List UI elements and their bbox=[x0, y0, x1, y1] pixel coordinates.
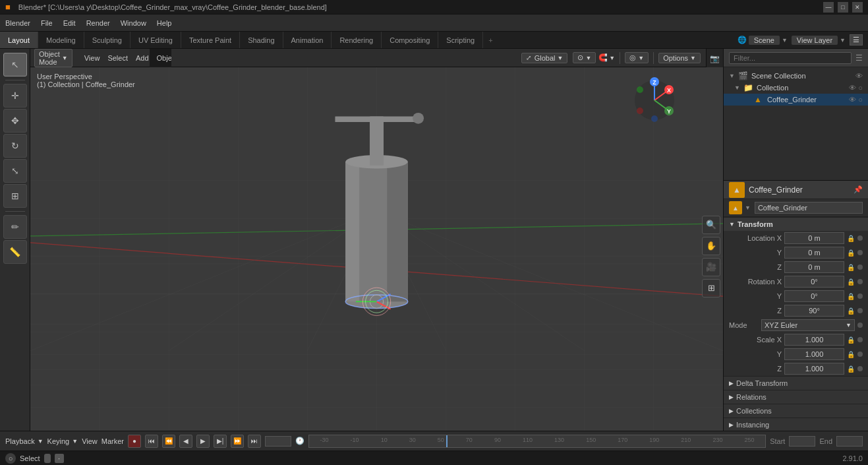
transform-tool[interactable]: ⊞ bbox=[3, 184, 27, 208]
minimize-button[interactable]: — bbox=[823, 2, 834, 13]
scale-tool[interactable]: ⤡ bbox=[3, 159, 27, 183]
location-x-dot[interactable] bbox=[857, 235, 863, 241]
skip-fwd-button[interactable]: ⏩ bbox=[231, 435, 244, 448]
camera-view-button[interactable]: 🎥 bbox=[702, 258, 720, 276]
rotation-x-field[interactable]: 0° bbox=[784, 276, 844, 288]
move-tool[interactable]: ✥ bbox=[3, 109, 27, 133]
tab-modeling[interactable]: Modeling bbox=[38, 32, 84, 48]
menu-blender[interactable]: Blender bbox=[0, 15, 36, 31]
location-y-dot[interactable] bbox=[857, 250, 863, 255]
select-tool[interactable]: ↖ bbox=[3, 53, 27, 77]
collections-header[interactable]: ▶ Collections bbox=[724, 404, 868, 418]
vis-eye-icon[interactable]: 👁 bbox=[855, 72, 863, 80]
current-frame-input[interactable]: 1 bbox=[265, 436, 291, 447]
scale-z-lock-icon[interactable]: 🔒 bbox=[847, 365, 855, 373]
view-menu[interactable]: View bbox=[82, 54, 103, 62]
outliner-filter-icon[interactable]: ☰ bbox=[855, 53, 863, 63]
delta-transform-header[interactable]: ▶ Delta Transform bbox=[724, 377, 868, 390]
add-workspace-button[interactable]: + bbox=[483, 35, 498, 46]
tab-compositing[interactable]: Compositing bbox=[382, 32, 438, 48]
location-z-lock-icon[interactable]: 🔒 bbox=[847, 264, 855, 271]
timeline-scrubber[interactable]: -30-101030507090110130150170190210230250 bbox=[308, 435, 766, 448]
play-button[interactable]: ▶ bbox=[196, 435, 210, 448]
rotation-x-dot[interactable] bbox=[857, 279, 863, 284]
tab-scripting[interactable]: Scripting bbox=[438, 32, 483, 48]
end-frame-input[interactable]: 250 bbox=[836, 436, 863, 447]
pin-icon[interactable]: 📌 bbox=[854, 185, 863, 194]
measure-tool[interactable]: 📏 bbox=[3, 240, 27, 264]
rotation-x-lock-icon[interactable]: 🔒 bbox=[847, 278, 855, 286]
scale-x-field[interactable]: 1.000 bbox=[784, 334, 844, 346]
tab-uv-editing[interactable]: UV Editing bbox=[130, 32, 181, 48]
rotation-mode-dropdown[interactable]: XYZ Euler ▼ bbox=[761, 319, 855, 331]
skip-back-button[interactable]: ⏪ bbox=[162, 435, 175, 448]
view-layer-selector[interactable]: View Layer ▼ bbox=[792, 36, 846, 45]
coffee-grinder-item[interactable]: ▲ Coffee_Grinder 👁 ○ bbox=[724, 94, 868, 106]
rotation-z-dot[interactable] bbox=[857, 308, 863, 313]
scale-y-dot[interactable] bbox=[857, 352, 863, 357]
location-z-dot[interactable] bbox=[857, 264, 863, 270]
location-y-field[interactable]: 0 m bbox=[784, 247, 844, 259]
collection-hide-icon[interactable]: ○ bbox=[858, 84, 863, 92]
rotation-z-field[interactable]: 90° bbox=[784, 305, 844, 317]
menu-render[interactable]: Render bbox=[81, 15, 115, 31]
annotate-tool[interactable]: ✏ bbox=[3, 215, 27, 239]
rotation-y-lock-icon[interactable]: 🔒 bbox=[847, 293, 855, 300]
grinder-eye-icon[interactable]: 👁 bbox=[849, 96, 856, 104]
pan-view-button[interactable]: ✋ bbox=[702, 237, 720, 255]
scene-selector[interactable]: 🌐 Scene ▼ bbox=[738, 36, 788, 45]
rotation-mode-dot[interactable] bbox=[857, 323, 863, 328]
scene-collection-item[interactable]: ▼ 🎬 Scene Collection 👁 bbox=[724, 70, 868, 82]
relations-header[interactable]: ▶ Relations bbox=[724, 390, 868, 404]
menu-edit[interactable]: Edit bbox=[58, 15, 81, 31]
tab-layout[interactable]: Layout bbox=[0, 32, 38, 48]
collection-eye-icon[interactable]: 👁 bbox=[849, 84, 856, 92]
transform-section-header[interactable]: ▼ Transform bbox=[724, 218, 868, 231]
tab-rendering[interactable]: Rendering bbox=[332, 32, 382, 48]
scale-y-field[interactable]: 1.000 bbox=[784, 348, 844, 360]
rotation-z-lock-icon[interactable]: 🔒 bbox=[847, 307, 855, 315]
proportional-editing[interactable]: ◎ ▼ bbox=[625, 52, 649, 63]
scale-x-dot[interactable] bbox=[857, 337, 863, 342]
menu-window[interactable]: Window bbox=[115, 15, 152, 31]
scale-x-lock-icon[interactable]: 🔒 bbox=[847, 336, 855, 344]
collection-item[interactable]: ▼ 📁 Collection 👁 ○ bbox=[724, 82, 868, 94]
timeline-view-menu[interactable]: View bbox=[82, 437, 98, 445]
tab-shading[interactable]: Shading bbox=[240, 32, 283, 48]
cursor-tool[interactable]: ✛ bbox=[3, 84, 27, 108]
select-menu[interactable]: Select bbox=[105, 54, 130, 62]
start-frame-input[interactable]: 1 bbox=[789, 436, 815, 447]
step-fwd-button[interactable]: ▶| bbox=[214, 435, 227, 448]
scale-y-lock-icon[interactable]: 🔒 bbox=[847, 351, 855, 358]
location-y-lock-icon[interactable]: 🔒 bbox=[847, 249, 855, 257]
mode-dropdown[interactable]: Object Mode ▼ bbox=[34, 49, 72, 67]
menu-file[interactable]: File bbox=[36, 15, 58, 31]
pivot-dropdown[interactable]: ⊙ ▼ bbox=[573, 52, 596, 63]
marker-menu[interactable]: Marker bbox=[101, 437, 124, 445]
rotation-y-field[interactable]: 0° bbox=[784, 290, 844, 302]
grid-view-button[interactable]: ⊞ bbox=[702, 279, 720, 297]
orbit-icon[interactable]: ○ bbox=[5, 453, 16, 464]
keying-menu[interactable]: Keying ▼ bbox=[47, 437, 78, 445]
scale-z-dot[interactable] bbox=[857, 366, 863, 371]
viewport-area[interactable]: User Perspective (1) Collection | Coffee… bbox=[30, 67, 723, 445]
active-obj-dropdown-arrow[interactable]: ▼ bbox=[745, 204, 751, 211]
location-z-field[interactable]: 0 m bbox=[784, 261, 844, 273]
active-obj-dropdown[interactable]: Coffee_Grinder bbox=[755, 202, 863, 214]
location-x-lock-icon[interactable]: 🔒 bbox=[847, 235, 855, 242]
magnify-view-button[interactable]: 🔍 bbox=[702, 216, 720, 234]
snap-controls[interactable]: 🧲 ▼ bbox=[598, 53, 615, 62]
outliner-filter-button[interactable]: ☰ bbox=[850, 34, 863, 46]
location-x-field[interactable]: 0 m bbox=[784, 232, 844, 244]
prop-tab-render[interactable]: 📷 bbox=[708, 51, 722, 66]
tab-sculpting[interactable]: Sculpting bbox=[84, 32, 130, 48]
scale-z-field[interactable]: 1.000 bbox=[784, 363, 844, 375]
grinder-restrict-icon[interactable]: ○ bbox=[858, 96, 863, 104]
step-back-button[interactable]: ◀ bbox=[179, 435, 192, 448]
menu-help[interactable]: Help bbox=[152, 15, 177, 31]
transform-space-dropdown[interactable]: ⤢ Global ▼ bbox=[521, 53, 568, 63]
skip-last-button[interactable]: ⏭ bbox=[248, 435, 261, 448]
rotation-y-dot[interactable] bbox=[857, 294, 863, 299]
close-button[interactable]: ✕ bbox=[852, 2, 863, 13]
tab-animation[interactable]: Animation bbox=[283, 32, 332, 48]
